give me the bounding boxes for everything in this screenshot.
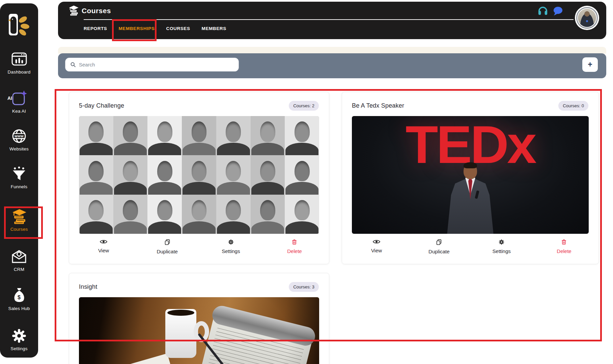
sidebar-item-dashboard[interactable]: Dashboard — [0, 51, 38, 75]
tab-members[interactable]: MEMBERS — [202, 26, 226, 31]
header-divider — [84, 19, 574, 20]
add-membership-button[interactable]: + — [582, 57, 598, 72]
sidebar-item-settings[interactable]: Settings — [0, 327, 38, 351]
membership-cover-image-tedx: TEDx — [352, 116, 589, 234]
mug-handle — [194, 321, 209, 342]
chat-bubble-icon[interactable] — [553, 6, 563, 17]
funnel-icon — [0, 165, 38, 182]
card-header: Be A Tedx Speaker Courses: 0 — [342, 92, 598, 111]
portrait-cell — [113, 116, 148, 155]
paper-sheet — [79, 354, 189, 364]
portrait-cell — [216, 155, 251, 194]
sidebar-item-label: CRM — [0, 267, 38, 272]
portrait-cell — [147, 155, 182, 194]
membership-card-insight: Insight Courses: 3 — [69, 273, 329, 364]
membership-cover-image-portraits — [79, 116, 319, 234]
tab-reports[interactable]: REPORTS — [84, 26, 107, 31]
notebook — [200, 314, 313, 364]
card-title: 5-day Challenge — [79, 102, 124, 109]
coffee-mug — [165, 309, 196, 358]
page-title: Courses — [82, 7, 111, 15]
action-label: Settings — [493, 248, 511, 254]
portrait-cell — [113, 195, 148, 234]
settings-button[interactable]: Settings — [215, 239, 246, 254]
eye-icon — [100, 239, 107, 246]
portrait-cell — [79, 155, 113, 194]
sidebar-item-label: Kea AI — [0, 109, 38, 114]
dashboard-icon — [0, 51, 38, 67]
action-label: View — [98, 248, 109, 253]
dollar-icon-text: $ — [18, 295, 21, 301]
delete-button[interactable]: Delete — [549, 239, 580, 254]
portrait-cell — [182, 116, 216, 155]
kea-logo[interactable] — [8, 12, 30, 38]
card-actions: View Duplicate — [69, 239, 329, 254]
portrait-cell — [216, 116, 251, 155]
page-header: Courses REPORTS MEMBERSHIPS COURSES MEMB… — [58, 2, 606, 39]
sidebar-item-label: Dashboard — [0, 69, 38, 75]
view-button[interactable]: View — [361, 239, 392, 254]
card-title: Insight — [79, 283, 97, 290]
courses-title-icon — [68, 5, 79, 17]
avatar-ring — [576, 7, 598, 29]
duplicate-button[interactable]: Duplicate — [423, 239, 454, 254]
view-button[interactable]: View — [88, 239, 119, 254]
tab-courses[interactable]: COURSES — [166, 26, 190, 31]
ai-sparkle-icon: AI — [0, 90, 38, 107]
user-avatar[interactable] — [575, 6, 599, 30]
search-icon — [70, 62, 76, 67]
copy-icon — [436, 239, 442, 247]
sidebar-item-label: Settings — [0, 346, 38, 351]
kea-bird-logo-icon — [8, 12, 30, 38]
gear-icon — [0, 327, 38, 344]
portrait-cell — [79, 116, 113, 155]
delete-button[interactable]: Delete — [279, 239, 310, 254]
course-count-badge: Courses: 3 — [289, 282, 319, 292]
sidebar-item-courses[interactable]: Courses — [0, 208, 38, 232]
envelope-gear-icon — [0, 248, 38, 265]
card-title: Be A Tedx Speaker — [352, 102, 404, 109]
sidebar-item-websites[interactable]: www Websites — [0, 128, 38, 151]
sidebar-item-funnels[interactable]: Funnels — [0, 165, 38, 189]
membership-card-tedx-speaker: Be A Tedx Speaker Courses: 0 TEDx View D… — [342, 92, 599, 264]
avatar-photo — [578, 9, 596, 27]
course-count-badge: Courses: 0 — [558, 101, 588, 111]
header-tabs: REPORTS MEMBERSHIPS COURSES MEMBERS — [84, 23, 226, 34]
portrait-cell — [216, 195, 251, 234]
settings-button[interactable]: Settings — [486, 239, 517, 254]
support-headset-icon[interactable] — [538, 6, 548, 17]
card-actions: View Duplicate — [342, 239, 598, 254]
portrait-cell — [182, 195, 216, 234]
card-header: 5-day Challenge Courses: 2 — [69, 92, 329, 111]
portrait-cell — [285, 155, 319, 194]
portrait-cell — [251, 195, 285, 234]
portrait-cell — [251, 155, 285, 194]
action-label: Settings — [222, 248, 240, 254]
sidebar-item-label: Courses — [0, 227, 38, 232]
portrait-cell — [285, 195, 319, 234]
sidebar-item-label: Funnels — [0, 184, 38, 189]
money-bag-icon: $ — [0, 287, 38, 304]
gear-icon — [499, 239, 504, 246]
portrait-cell — [113, 155, 148, 194]
portrait-cell — [147, 195, 182, 234]
eye-icon — [373, 239, 380, 246]
portrait-cell — [79, 195, 113, 234]
trash-icon — [561, 239, 566, 246]
copy-icon — [165, 239, 170, 247]
pen — [198, 333, 233, 364]
portrait-cell — [147, 116, 182, 155]
action-label: Delete — [287, 248, 302, 254]
tab-memberships[interactable]: MEMBERSHIPS — [118, 26, 155, 31]
search-box[interactable] — [65, 58, 239, 72]
search-input[interactable] — [79, 62, 239, 67]
action-label: Duplicate — [157, 249, 178, 254]
www-icon-text: www — [14, 134, 24, 138]
sidebar-item-crm[interactable]: CRM — [0, 248, 38, 272]
action-label: View — [371, 248, 382, 253]
action-label: Delete — [557, 248, 571, 254]
sidebar-item-kea-ai[interactable]: AI Kea AI — [0, 90, 38, 114]
duplicate-button[interactable]: Duplicate — [152, 239, 183, 254]
app-root: Dashboard AI Kea AI www Website — [0, 0, 613, 364]
sidebar-item-sales-hub[interactable]: $ Sales Hub — [0, 287, 38, 311]
